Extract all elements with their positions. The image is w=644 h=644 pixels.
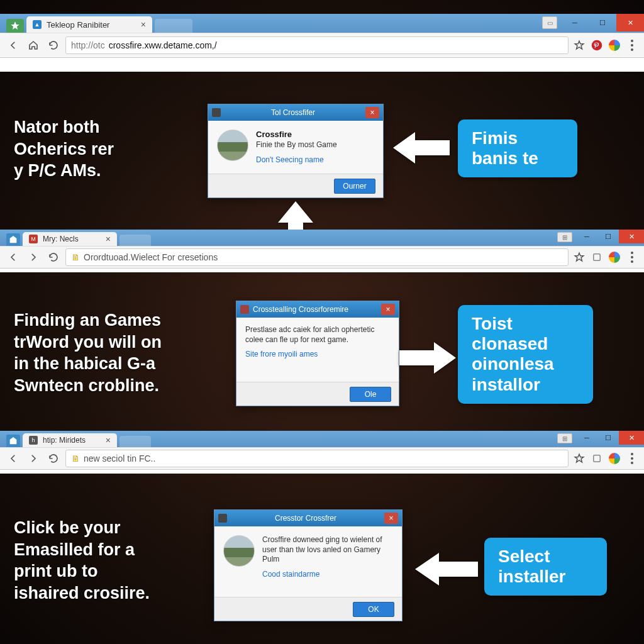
window-indicator-icon: ⊞ bbox=[557, 433, 572, 443]
tab-favicon: M bbox=[29, 235, 38, 243]
dialog-icon bbox=[240, 305, 249, 314]
close-button[interactable]: ✕ bbox=[616, 14, 644, 31]
address-bar[interactable]: 🗎 Orordtuoad.Wielect For cresetions bbox=[65, 248, 569, 266]
dialog-title-text: Cresstor Crossfrer bbox=[231, 514, 380, 523]
callout-3-text: Select installer bbox=[498, 547, 565, 586]
close-button[interactable]: ✕ bbox=[619, 230, 644, 243]
dialog-message: Crosffire downeed ging to wielent of use… bbox=[262, 535, 393, 565]
dialog-3-footer: OK bbox=[214, 597, 402, 621]
new-tab-button[interactable] bbox=[119, 436, 151, 447]
tab-close-icon[interactable]: × bbox=[141, 19, 146, 30]
callout-1: Fimis banis te bbox=[458, 119, 577, 177]
google-profile-icon[interactable] bbox=[608, 250, 621, 264]
tab-close-icon[interactable]: × bbox=[106, 234, 111, 244]
svg-rect-1 bbox=[594, 254, 601, 261]
tab-2[interactable]: M Mry: Necls × bbox=[23, 232, 117, 246]
dialog-ok-button[interactable]: Ole bbox=[350, 387, 391, 402]
extension-icon[interactable] bbox=[590, 452, 604, 465]
dialog-ok-button[interactable]: Ourner bbox=[334, 179, 375, 194]
dialog-close-icon[interactable]: × bbox=[384, 513, 398, 524]
tab-favicon: h bbox=[29, 436, 38, 445]
forward-button[interactable] bbox=[25, 450, 42, 467]
new-tab-button[interactable] bbox=[119, 235, 151, 246]
dialog-icon bbox=[212, 108, 221, 117]
dialog-close-icon[interactable]: × bbox=[381, 304, 395, 315]
step-2-text: Finding an Games trWord you will on in t… bbox=[14, 309, 162, 396]
home-button[interactable] bbox=[25, 37, 42, 53]
page-icon: 🗎 bbox=[71, 453, 80, 464]
toolbar-2: 🗎 Orordtuoad.Wielect For cresetions bbox=[0, 246, 644, 269]
browser-1: ▲ Tekleop Ranibiter × ▭ ─ ☐ ✕ http://otc… bbox=[0, 14, 644, 72]
dialog-2-footer: Ole bbox=[236, 382, 399, 406]
window-controls: ▭ ─ ☐ ✕ bbox=[542, 14, 644, 31]
dialog-1-titlebar: Tol Crossfifer × bbox=[208, 104, 383, 121]
dialog-title-text: Tol Crossfifer bbox=[225, 108, 362, 117]
bookmark-star-icon[interactable] bbox=[572, 250, 586, 264]
tab-1[interactable]: ▲ Tekleop Ranibiter × bbox=[26, 16, 152, 33]
tab-title: Mry: Necls bbox=[43, 235, 79, 243]
tab-close-icon[interactable]: × bbox=[106, 435, 111, 445]
app-icon bbox=[6, 435, 20, 447]
url-text: new seciol tin FC.. bbox=[84, 453, 155, 464]
titlebar-2: M Mry: Necls × ⊞ ─ ☐ ✕ bbox=[0, 230, 644, 246]
dialog-3-body: Crosffire downeed ging to wielent of use… bbox=[214, 526, 402, 606]
url-scheme: http://otc bbox=[71, 40, 105, 50]
menu-button[interactable] bbox=[625, 250, 639, 264]
titlebar-1: ▲ Tekleop Ranibiter × ▭ ─ ☐ ✕ bbox=[0, 14, 644, 33]
menu-button[interactable] bbox=[625, 38, 639, 52]
back-button[interactable] bbox=[5, 37, 21, 53]
window-indicator-icon: ⊞ bbox=[557, 232, 572, 242]
forward-button[interactable] bbox=[25, 249, 42, 265]
minimize-button[interactable]: ─ bbox=[561, 14, 589, 31]
dialog-2-body: Prestlase adc caiek for alich ophertetic… bbox=[236, 318, 399, 386]
dialog-link[interactable]: Cood staindarme bbox=[262, 570, 393, 579]
dialog-title-text: Crosstealling Crossrforemire bbox=[253, 305, 348, 314]
svg-point-0 bbox=[592, 40, 602, 51]
bookmark-star-icon[interactable] bbox=[572, 452, 586, 465]
google-profile-icon[interactable] bbox=[608, 452, 621, 465]
arrow-1-left bbox=[393, 129, 450, 167]
reload-button[interactable] bbox=[45, 37, 62, 53]
reload-button[interactable] bbox=[45, 450, 62, 467]
dialog-icon bbox=[218, 514, 227, 523]
minimize-button[interactable]: ─ bbox=[576, 230, 597, 243]
dialog-thumbnail bbox=[217, 130, 248, 161]
page-icon: 🗎 bbox=[71, 252, 80, 262]
dialog-link[interactable]: Don't Seecing name bbox=[256, 155, 337, 164]
minimize-button[interactable]: ─ bbox=[576, 431, 597, 445]
address-bar[interactable]: http://otc crossfire.xww.detame.com,/ bbox=[65, 36, 569, 54]
menu-button[interactable] bbox=[625, 452, 639, 465]
app-icon bbox=[6, 233, 20, 246]
dialog-3-titlebar: Cresstor Crossfrer × bbox=[214, 510, 402, 526]
close-button[interactable]: ✕ bbox=[619, 431, 644, 445]
tab-favicon: ▲ bbox=[33, 20, 42, 29]
dialog-2-titlebar: Crosstealling Crossrforemire × bbox=[236, 301, 399, 318]
bookmark-star-icon[interactable] bbox=[572, 38, 586, 52]
arrow-2-right bbox=[399, 340, 456, 376]
dialog-close-icon[interactable]: × bbox=[365, 107, 379, 118]
tab-3[interactable]: h htip: Miridets × bbox=[23, 433, 117, 447]
maximize-button[interactable]: ☐ bbox=[597, 431, 619, 445]
pinterest-icon[interactable] bbox=[590, 38, 604, 52]
new-tab-button[interactable] bbox=[155, 19, 192, 33]
dialog-1-footer: Ourner bbox=[208, 174, 383, 197]
maximize-button[interactable]: ☐ bbox=[589, 14, 616, 31]
address-bar[interactable]: 🗎 new seciol tin FC.. bbox=[65, 450, 569, 467]
url-text: Orordtuoad.Wielect For cresetions bbox=[84, 252, 218, 262]
reload-button[interactable] bbox=[45, 249, 62, 265]
callout-2: Toist clonased oinonlesa installor bbox=[458, 305, 593, 404]
extension-icon[interactable] bbox=[590, 250, 604, 264]
maximize-button[interactable]: ☐ bbox=[597, 230, 619, 243]
back-button[interactable] bbox=[5, 249, 21, 265]
dialog-message: Prestlase adc caiek for alich ophertetic… bbox=[245, 325, 390, 345]
window-controls: ⊞ ─ ☐ ✕ bbox=[557, 431, 644, 445]
step-3-text: Click be your Emasilled for a print ub t… bbox=[14, 517, 150, 604]
svg-rect-2 bbox=[594, 455, 601, 462]
google-profile-icon[interactable] bbox=[608, 38, 621, 52]
dialog-1: Tol Crossfifer × Crossfire Finie the By … bbox=[208, 104, 384, 198]
dialog-link[interactable]: Site frore myoili ames bbox=[245, 350, 390, 358]
dialog-thumbnail bbox=[223, 535, 255, 567]
titlebar-3: h htip: Miridets × ⊞ ─ ☐ ✕ bbox=[0, 431, 644, 447]
dialog-ok-button[interactable]: OK bbox=[353, 602, 394, 617]
back-button[interactable] bbox=[5, 450, 21, 467]
